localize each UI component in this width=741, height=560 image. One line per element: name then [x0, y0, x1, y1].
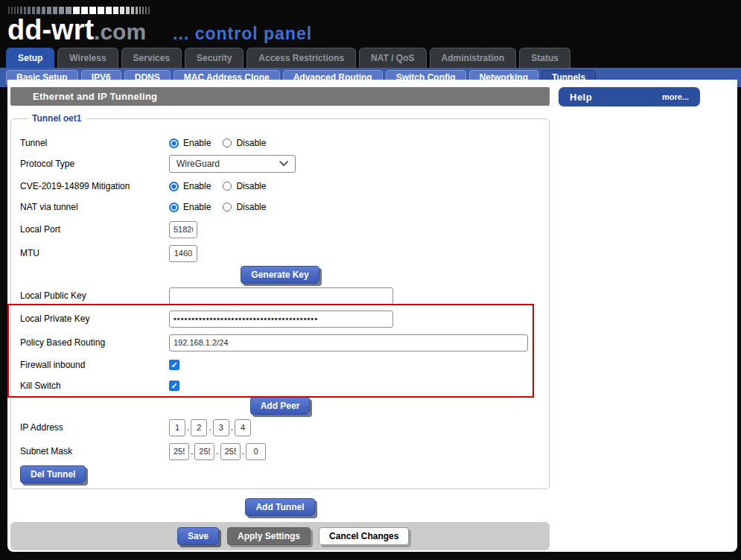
highlighted-section: Local Private Key Policy Based Routing F…	[11, 307, 549, 396]
cve-enable-radio[interactable]: Enable	[169, 181, 211, 191]
local-private-key-label: Local Private Key	[20, 314, 169, 324]
octet-separator: .	[242, 446, 244, 456]
radio-checked-icon[interactable]	[169, 182, 179, 191]
radio-checked-icon[interactable]	[169, 203, 179, 212]
radio-checked-icon[interactable]	[169, 139, 179, 148]
tab-status[interactable]: Status	[519, 48, 570, 68]
del-tunnel-row: Del Tunnel	[11, 463, 549, 486]
protocol-type-label: Protocol Type	[20, 159, 169, 169]
local-port-input[interactable]	[169, 221, 197, 238]
radio-unchecked-icon[interactable]	[223, 139, 232, 147]
footer-action-bar: Save Apply Settings Cancel Changes	[10, 522, 550, 550]
local-public-key-row: Local Public Key	[11, 284, 549, 307]
octet-separator: .	[216, 446, 218, 456]
cve-disable-radio[interactable]: Disable	[223, 181, 266, 191]
kill-switch-label: Kill Switch	[20, 381, 169, 391]
control-panel-tagline: ... control panel	[173, 24, 312, 44]
tab-setup[interactable]: Setup	[6, 48, 54, 68]
local-public-key-label: Local Public Key	[20, 290, 169, 301]
ip-octet-1-input[interactable]	[169, 419, 185, 436]
add-tunnel-button[interactable]: Add Tunnel	[245, 498, 314, 516]
policy-based-routing-row: Policy Based Routing	[11, 331, 549, 354]
help-more-link[interactable]: more...	[662, 92, 689, 101]
logo-dashes-decoration	[8, 6, 741, 15]
brand-logo: dd-wrt	[7, 16, 94, 44]
tab-security[interactable]: Security	[185, 48, 244, 68]
local-port-label: Local Port	[20, 224, 169, 235]
mtu-input[interactable]	[169, 245, 197, 262]
fieldset-legend: Tunnel oet1	[28, 113, 86, 124]
tab-services[interactable]: Services	[121, 48, 182, 68]
add-tunnel-row: Add Tunnel	[10, 498, 550, 516]
protocol-type-select[interactable]: WireGuard	[169, 155, 296, 173]
help-label: Help	[570, 92, 592, 103]
octet-separator: .	[209, 422, 211, 433]
tab-access-restrictions[interactable]: Access Restrictions	[247, 48, 356, 68]
local-port-row: Local Port	[11, 217, 549, 241]
del-tunnel-button[interactable]: Del Tunnel	[20, 465, 86, 483]
page-title: Ethernet and IP Tunneling	[10, 87, 550, 106]
subnet-mask-row: Subnet Mask ...	[11, 439, 549, 463]
ip-octet-4-input[interactable]	[235, 419, 251, 436]
site-header: dd-wrt.com ... control panel	[0, 0, 741, 47]
mask-octet-2-input[interactable]	[194, 443, 214, 460]
nat-via-tunnel-label: NAT via tunnel	[20, 202, 169, 212]
mtu-row: MTU	[11, 241, 549, 265]
local-private-key-row: Local Private Key	[11, 307, 549, 331]
radio-unchecked-icon[interactable]	[223, 203, 232, 211]
help-box[interactable]: Help more...	[559, 87, 700, 106]
mask-octet-1-input[interactable]	[169, 443, 189, 460]
main-nav-tabs: Setup Wireless Services Security Access …	[0, 48, 741, 68]
tab-nat-qos[interactable]: NAT / QoS	[359, 48, 426, 68]
content-panel: Ethernet and IP Tunneling Help more... T…	[7, 80, 737, 552]
mask-octet-3-input[interactable]	[220, 443, 241, 460]
firewall-inbound-label: Firewall inbound	[20, 360, 169, 370]
ip-octet-2-input[interactable]	[191, 419, 207, 436]
brand-domain: .com	[94, 19, 146, 45]
local-public-key-input[interactable]	[169, 287, 393, 305]
protocol-type-value: WireGuard	[176, 159, 220, 169]
firewall-inbound-row: Firewall inbound ✓	[11, 354, 549, 375]
cve-mitigation-row: CVE-2019-14899 Mitigation Enable Disable	[11, 176, 549, 197]
octet-separator: .	[231, 422, 233, 433]
add-peer-button[interactable]: Add Peer	[250, 397, 311, 415]
apply-settings-button[interactable]: Apply Settings	[227, 527, 311, 545]
policy-based-routing-label: Policy Based Routing	[20, 337, 169, 348]
add-peer-row: Add Peer	[11, 396, 549, 416]
kill-switch-checkbox[interactable]: ✓	[169, 381, 179, 391]
ip-address-label: IP Address	[20, 422, 169, 433]
cve-mitigation-label: CVE-2019-14899 Mitigation	[20, 181, 169, 191]
firewall-inbound-checkbox[interactable]: ✓	[169, 360, 179, 370]
tunnel-label: Tunnel	[20, 138, 169, 148]
ip-octet-3-input[interactable]	[213, 419, 229, 436]
cancel-changes-button[interactable]: Cancel Changes	[319, 527, 409, 545]
tab-wireless[interactable]: Wireless	[57, 48, 118, 68]
radio-unchecked-icon[interactable]	[223, 182, 232, 191]
tunnel-disable-radio[interactable]: Disable	[223, 138, 266, 148]
mask-octet-4-input[interactable]	[246, 443, 266, 460]
octet-separator: .	[191, 446, 193, 456]
save-button[interactable]: Save	[177, 527, 219, 545]
tab-administration[interactable]: Administration	[430, 48, 517, 68]
octet-separator: .	[187, 422, 189, 433]
kill-switch-row: Kill Switch ✓	[11, 375, 549, 396]
tunnel-enable-radio[interactable]: Enable	[169, 138, 211, 148]
protocol-type-row: Protocol Type WireGuard	[11, 152, 549, 176]
generate-key-button[interactable]: Generate Key	[241, 266, 319, 284]
tunnel-row: Tunnel Enable Disable	[11, 134, 549, 152]
mtu-label: MTU	[20, 248, 169, 258]
local-private-key-input[interactable]	[169, 311, 393, 328]
subnet-mask-label: Subnet Mask	[20, 446, 169, 456]
nat-disable-radio[interactable]: Disable	[223, 202, 266, 212]
policy-based-routing-input[interactable]	[169, 334, 528, 351]
chevron-down-icon	[279, 161, 288, 167]
nat-enable-radio[interactable]: Enable	[169, 202, 211, 212]
ip-address-row: IP Address ...	[11, 416, 549, 439]
nat-via-tunnel-row: NAT via tunnel Enable Disable	[11, 197, 549, 217]
tunnel-oet1-fieldset: Tunnel oet1 Tunnel Enable Disable Protoc…	[10, 118, 550, 489]
generate-key-row: Generate Key	[11, 265, 549, 284]
